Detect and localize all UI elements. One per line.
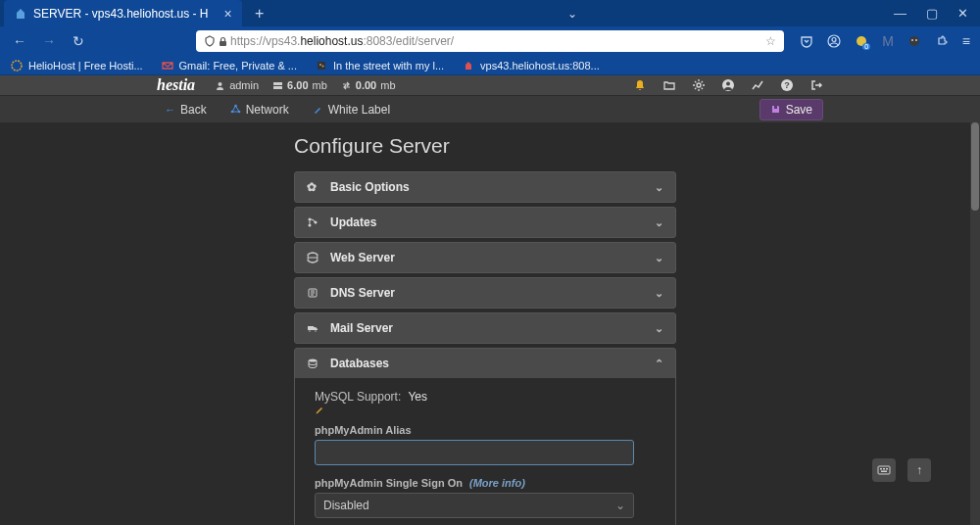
accordion: ✿ Basic Options ⌄ Updates ⌄ Web Se	[294, 171, 676, 525]
new-tab-button[interactable]: +	[248, 5, 271, 23]
svg-point-16	[726, 82, 730, 86]
section-db: Databases ⌃ MySQL Support: Yes phpMyAdmi…	[294, 348, 676, 525]
mysql-value: Yes	[408, 390, 427, 404]
bw-chip: 0.00 mb	[341, 79, 396, 91]
scrollbar[interactable]	[970, 122, 980, 525]
svg-rect-35	[881, 471, 887, 473]
browser-titlebar: SERVER - vps43.heliohost.us - H × + ⌄ — …	[0, 0, 980, 26]
save-button[interactable]: Save	[760, 99, 823, 120]
close-window-button[interactable]: ✕	[957, 6, 968, 21]
section-dns[interactable]: DNS Server ⌄	[294, 277, 676, 309]
sso-value: Disabled	[323, 499, 369, 512]
scroll-top-button[interactable]: ↑	[907, 458, 931, 482]
page-title: Configure Server	[294, 134, 686, 158]
svg-point-30	[309, 359, 317, 362]
pma-alias-label: phpMyAdmin Alias	[315, 424, 656, 436]
app-topbar: hestia admin 6.00 mb 0.00 mb ?	[0, 75, 980, 95]
section-mail[interactable]: Mail Server ⌄	[294, 312, 676, 344]
svg-rect-12	[273, 82, 282, 85]
sso-select[interactable]: Disabled ⌄	[315, 493, 634, 518]
maximize-button[interactable]: ▢	[926, 6, 938, 21]
forward-icon: →	[39, 33, 59, 49]
account-icon[interactable]	[827, 34, 841, 48]
svg-rect-31	[878, 466, 890, 474]
database-icon	[307, 358, 320, 369]
keyboard-shortcuts-button[interactable]	[872, 458, 896, 482]
help-icon[interactable]: ?	[780, 78, 794, 92]
transfer-icon	[341, 80, 352, 91]
section-label: Updates	[330, 215, 376, 229]
brand-logo[interactable]: hestia	[157, 76, 195, 94]
scroll-thumb[interactable]	[971, 122, 979, 211]
minimize-button[interactable]: —	[894, 6, 906, 21]
menu-icon[interactable]: ≡	[962, 33, 970, 49]
svg-rect-33	[883, 468, 885, 470]
disk-value: 6.00	[287, 79, 308, 91]
section-updates[interactable]: Updates ⌄	[294, 207, 676, 238]
bookmark-label: vps43.heliohost.us:808...	[480, 60, 600, 72]
pma-alias-input[interactable]	[315, 440, 634, 465]
bw-unit: mb	[380, 79, 395, 91]
svg-point-7	[12, 61, 22, 71]
tabs-chevron-icon[interactable]: ⌄	[567, 7, 577, 21]
network-button[interactable]: Network	[222, 100, 297, 119]
bell-icon[interactable]	[633, 78, 647, 92]
browser-tab[interactable]: SERVER - vps43.heliohost.us - H ×	[4, 0, 242, 26]
stats-icon[interactable]	[751, 78, 764, 92]
network-label: Network	[246, 103, 289, 117]
arrow-left-icon: ←	[165, 104, 175, 116]
folder-icon[interactable]	[662, 78, 676, 92]
disk-icon	[272, 80, 283, 91]
whitelabel-label: White Label	[328, 103, 390, 117]
section-label: DNS Server	[330, 286, 395, 300]
ext-icon-3[interactable]	[907, 34, 921, 48]
svg-point-29	[315, 330, 317, 332]
back-button[interactable]: ← Back	[157, 100, 215, 119]
bookmark-label: In the street with my l...	[333, 60, 444, 72]
section-basic[interactable]: ✿ Basic Options ⌄	[294, 171, 676, 203]
close-tab-icon[interactable]: ×	[224, 7, 232, 21]
reload-icon[interactable]: ↻	[69, 33, 88, 49]
section-db-header[interactable]: Databases ⌃	[295, 349, 675, 378]
gmail-icon	[161, 59, 174, 72]
bookmark-vps[interactable]: vps43.heliohost.us:808...	[462, 59, 600, 72]
back-icon[interactable]: ←	[10, 33, 29, 49]
bookmark-gmail[interactable]: Gmail: Free, Private & ...	[161, 59, 297, 72]
ext-icon-1[interactable]: 0	[855, 34, 868, 48]
sso-more-info-link[interactable]: (More info)	[469, 477, 525, 489]
section-web[interactable]: Web Server ⌄	[294, 242, 676, 273]
gear-icon[interactable]	[692, 78, 706, 92]
section-label: Web Server	[330, 251, 395, 264]
user-icon	[215, 80, 225, 91]
whitelabel-button[interactable]: White Label	[305, 100, 398, 119]
user-chip[interactable]: admin	[215, 79, 259, 91]
bookmark-label: Gmail: Free, Private & ...	[179, 60, 297, 72]
content-area: Configure Server ✿ Basic Options ⌄ Updat…	[0, 122, 980, 525]
bookmarks-bar: HelioHost | Free Hosti... Gmail: Free, P…	[0, 56, 980, 75]
address-bar[interactable]: https://vps43.heliohost.us:8083/edit/ser…	[196, 30, 784, 52]
url-sub: vps43.	[266, 34, 300, 48]
logout-icon[interactable]	[809, 78, 823, 92]
bookmark-street[interactable]: In the street with my l...	[315, 59, 444, 72]
save-disk-icon	[770, 104, 781, 115]
url-path: :8083/edit/server/	[363, 34, 454, 48]
hestia-favicon-icon	[462, 59, 475, 72]
globe-icon	[307, 252, 320, 263]
gear-orange-icon	[10, 59, 24, 72]
svg-point-14	[697, 83, 701, 87]
pocket-icon[interactable]	[800, 34, 813, 48]
svg-rect-32	[880, 468, 882, 470]
ext-icon-2[interactable]: M	[882, 33, 894, 49]
browser-urlbar: ← → ↻ https://vps43.heliohost.us:8083/ed…	[0, 26, 980, 56]
svg-point-4	[909, 36, 919, 46]
disk-chip: 6.00 mb	[272, 79, 327, 91]
chevron-down-icon: ⌄	[655, 252, 663, 264]
bookmark-star-icon[interactable]: ☆	[765, 34, 776, 48]
extensions-icon[interactable]	[935, 34, 949, 48]
svg-point-5	[911, 39, 913, 41]
bookmark-label: HelioHost | Free Hosti...	[28, 60, 143, 72]
bookmark-heliohost[interactable]: HelioHost | Free Hosti...	[10, 59, 143, 72]
edit-pencil-icon[interactable]	[315, 404, 656, 414]
window-controls: — ▢ ✕	[894, 6, 980, 21]
account-circle-icon[interactable]	[721, 78, 735, 92]
